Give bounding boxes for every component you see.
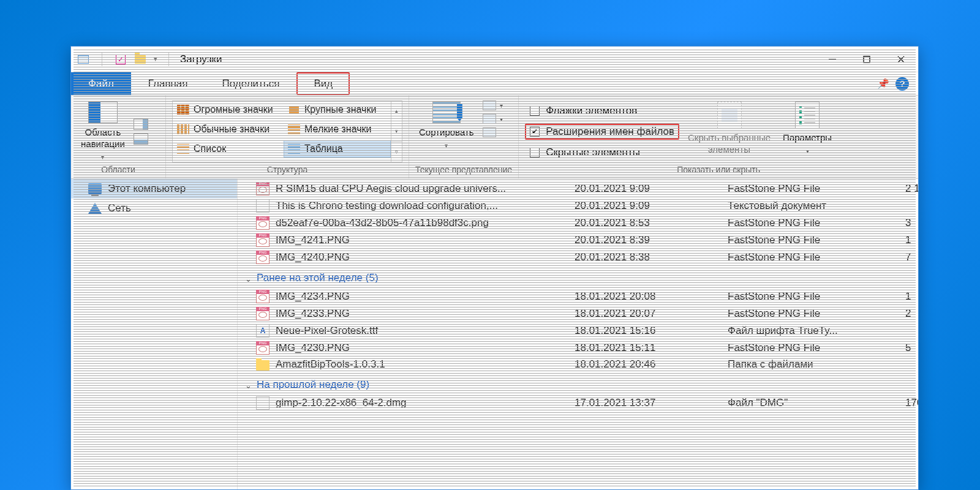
png-file-icon — [256, 307, 270, 320]
png-file-icon — [256, 341, 270, 355]
txt-file-icon — [256, 199, 270, 213]
png-file-icon — [256, 251, 270, 264]
png-file-icon — [256, 290, 270, 303]
file-row[interactable]: This is Chrono testing download configur… — [238, 197, 918, 214]
png-file-icon — [256, 216, 270, 230]
explorer-window: ✓ ▾ Загрузки Файл Главная Поделиться Вид… — [70, 46, 919, 490]
content-area: Этот компьютер Сеть R SIM15 dual CPU Aeg… — [71, 179, 918, 489]
file-list[interactable]: R SIM15 dual CPU Aegis cloud upgrade uni… — [238, 179, 918, 489]
chevron-down-icon: ⌄ — [245, 274, 252, 284]
chevron-down-icon: ⌄ — [245, 381, 252, 390]
folder-file-icon — [256, 360, 270, 371]
png-file-icon — [256, 233, 270, 247]
